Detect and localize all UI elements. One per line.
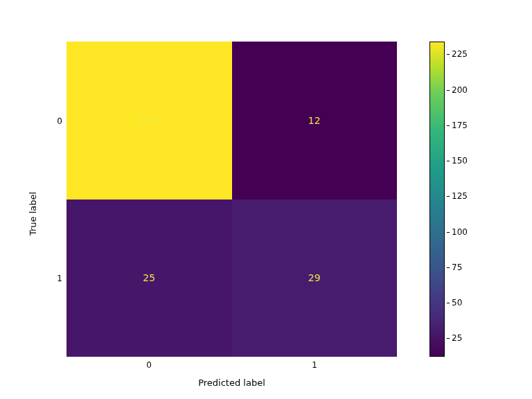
colorbar <box>429 42 445 357</box>
colorbar-tick <box>447 196 450 197</box>
colorbar-tick-label: 150 <box>452 156 468 166</box>
colorbar-tick <box>447 125 450 126</box>
cell-true0-pred1: 12 <box>232 42 398 200</box>
colorbar-tick-label: 25 <box>452 333 462 343</box>
x-axis-label: Predicted label <box>66 378 397 388</box>
cell-true1-pred1: 29 <box>232 200 398 357</box>
ytick-1: 1 <box>51 274 62 283</box>
colorbar-gradient <box>430 42 444 356</box>
colorbar-tick <box>447 54 450 55</box>
confusion-matrix-heatmap: 234 12 25 29 <box>66 42 397 357</box>
colorbar-tick-label: 100 <box>452 227 468 237</box>
colorbar-tick <box>447 303 450 303</box>
colorbar-tick <box>447 232 450 233</box>
cell-true1-pred0: 25 <box>66 200 232 357</box>
colorbar-tick <box>447 161 450 161</box>
colorbar-tick <box>447 90 450 91</box>
colorbar-tick <box>447 267 450 268</box>
colorbar-tick <box>447 338 450 339</box>
cell-value: 12 <box>308 115 321 126</box>
colorbar-tick-label: 200 <box>452 85 468 95</box>
colorbar-tick-label: 75 <box>452 263 462 272</box>
cell-value: 234 <box>140 115 159 126</box>
ytick-0: 0 <box>51 116 62 126</box>
cell-true0-pred0: 234 <box>66 42 232 200</box>
colorbar-tick-label: 50 <box>452 298 462 308</box>
y-axis-label: True label <box>28 42 39 357</box>
colorbar-tick-label: 175 <box>452 121 468 130</box>
xtick-1: 1 <box>308 360 321 370</box>
cell-value: 29 <box>308 272 321 283</box>
xtick-0: 0 <box>142 360 156 370</box>
colorbar-tick-label: 125 <box>452 191 468 201</box>
cell-value: 25 <box>143 272 155 283</box>
colorbar-tick-label: 225 <box>452 49 468 59</box>
